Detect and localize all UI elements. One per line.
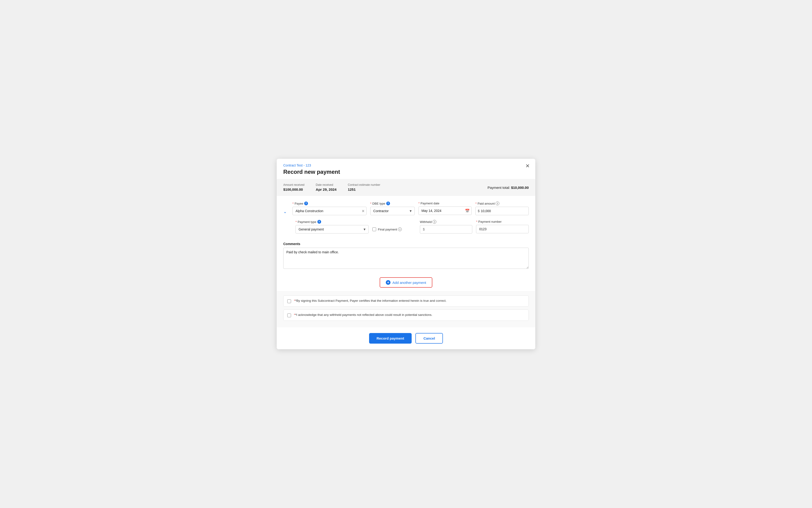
add-payment-label: Add another payment [392, 281, 426, 285]
payment-number-field-group: * Payment number [476, 220, 529, 233]
dbe-type-label: * DBE type ? [370, 202, 415, 205]
date-received-value: Apr 29, 2024 [316, 187, 336, 192]
payment-total: Payment total: $10,000.00 [488, 185, 529, 189]
dbe-required-star: * [370, 202, 371, 205]
withheld-input-wrapper [420, 225, 472, 234]
contract-title: Contract Test - 123 [283, 163, 529, 167]
final-payment-info-icon[interactable]: i [398, 227, 402, 231]
payment-type-required-star: * [296, 220, 297, 224]
final-payment-group: Final payment i [372, 227, 416, 231]
withheld-input[interactable] [420, 225, 472, 234]
amount-received-label: Amount received [283, 183, 305, 186]
summary-bar: Amount received $100,000.00 Date receive… [277, 179, 535, 196]
paid-amount-label: * Paid amount i [476, 202, 529, 205]
cert2-checkbox[interactable] [287, 313, 291, 317]
modal-header: Contract Test - 123 Record new payment ✕ [277, 159, 535, 179]
record-payment-button[interactable]: Record payment [369, 333, 412, 344]
paid-amount-input[interactable] [476, 207, 529, 215]
certification-2: **I acknowledge that any withheld paymen… [283, 309, 529, 321]
certification-1: **By signing this Subcontract Payment, P… [283, 295, 529, 307]
dollar-prefix: $ [478, 209, 480, 213]
payee-field-group: * Payee ? ✕ [292, 202, 366, 215]
close-button[interactable]: ✕ [526, 163, 530, 169]
payment-number-input[interactable] [476, 225, 529, 233]
paid-amount-info-icon[interactable]: i [496, 202, 499, 205]
summary-fields: Amount received $100,000.00 Date receive… [283, 183, 380, 192]
amount-received-value: $100,000.00 [283, 187, 303, 192]
cancel-button[interactable]: Cancel [415, 333, 443, 344]
add-payment-row: + Add another payment [277, 273, 535, 291]
amount-received-field: Amount received $100,000.00 [283, 183, 305, 192]
comments-section: Comments Paid by check mailed to main of… [277, 242, 535, 273]
paid-amount-field-group: * Paid amount i $ [476, 202, 529, 215]
payee-clear-button[interactable]: ✕ [362, 209, 365, 213]
payment-number-label: * Payment number [476, 220, 529, 223]
collapse-button[interactable]: ⌄ [283, 209, 289, 214]
payment-number-input-wrapper [476, 225, 529, 233]
payee-input-wrapper: ✕ [292, 207, 366, 215]
record-payment-modal: Contract Test - 123 Record new payment ✕… [277, 159, 535, 349]
payee-label: * Payee ? [292, 202, 366, 205]
dbe-type-select-wrapper: Contractor Subcontractor Supplier ▼ [370, 207, 415, 215]
cert2-label[interactable]: **I acknowledge that any withheld paymen… [294, 313, 432, 316]
withheld-field-group: Withheld i [420, 220, 472, 234]
final-payment-label[interactable]: Final payment i [378, 227, 402, 231]
calendar-icon[interactable]: 📅 [465, 209, 470, 213]
form-row-1: ⌄ * Payee ? ✕ * DBE type ? [283, 202, 529, 215]
contract-estimate-field: Contract estimate number 1251 [348, 183, 380, 192]
dbe-type-select[interactable]: Contractor Subcontractor Supplier [370, 207, 415, 215]
contract-estimate-value: 1251 [348, 187, 355, 192]
cert1-checkbox[interactable] [287, 299, 291, 303]
cert1-label[interactable]: **By signing this Subcontract Payment, P… [294, 299, 446, 302]
paid-amount-input-wrapper: $ [476, 207, 529, 215]
plus-circle-icon: + [386, 280, 391, 285]
payment-number-required-star: * [476, 220, 477, 223]
form-section: ⌄ * Payee ? ✕ * DBE type ? [277, 196, 535, 242]
payee-input[interactable] [292, 207, 366, 215]
comments-textarea[interactable]: Paid by check mailed to main office. [283, 248, 529, 269]
payee-help-icon[interactable]: ? [304, 202, 308, 205]
payment-type-field-group: * Payment type ? General payment Retaina… [296, 220, 369, 234]
date-required-star: * [418, 202, 420, 205]
payment-type-help-icon[interactable]: ? [317, 220, 321, 224]
payment-total-value: $10,000.00 [511, 185, 529, 189]
dbe-help-icon[interactable]: ? [386, 202, 390, 205]
withheld-label: Withheld i [420, 220, 472, 224]
modal-title: Record new payment [283, 169, 529, 175]
add-another-payment-button[interactable]: + Add another payment [380, 277, 432, 288]
payment-date-input-wrapper: 📅 [418, 207, 472, 215]
amount-required-star: * [476, 202, 477, 205]
withheld-info-icon[interactable]: i [433, 220, 436, 224]
payment-date-input[interactable] [418, 207, 472, 215]
comments-label: Comments [283, 242, 529, 246]
contract-estimate-label: Contract estimate number [348, 183, 380, 186]
date-received-label: Date received [316, 183, 336, 186]
payment-type-select-wrapper: General payment Retainage Bonus ▼ [296, 225, 369, 234]
final-payment-checkbox[interactable] [372, 227, 376, 231]
certifications-section: **By signing this Subcontract Payment, P… [277, 291, 535, 327]
payment-type-select[interactable]: General payment Retainage Bonus [296, 225, 369, 234]
payment-date-field-group: * Payment date 📅 [418, 202, 472, 215]
form-row-2: * Payment type ? General payment Retaina… [283, 220, 529, 234]
payee-required-star: * [292, 202, 294, 205]
footer-actions: Record payment Cancel [277, 327, 535, 349]
payment-date-label: * Payment date [418, 202, 472, 205]
date-received-field: Date received Apr 29, 2024 [316, 183, 336, 192]
payment-type-label: * Payment type ? [296, 220, 369, 224]
dbe-type-field-group: * DBE type ? Contractor Subcontractor Su… [370, 202, 415, 215]
